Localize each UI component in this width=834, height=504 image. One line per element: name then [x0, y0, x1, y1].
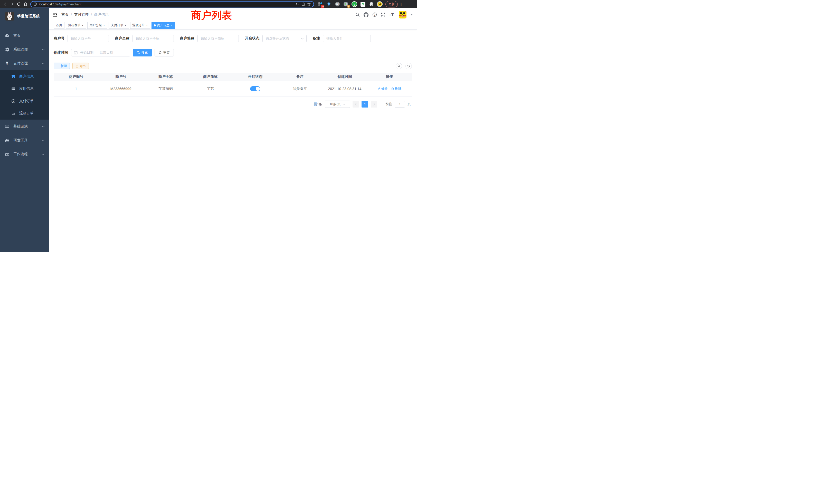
svg-text:T: T [391, 13, 394, 17]
tab-manager-extension-icon[interactable]: 10 [317, 1, 324, 7]
reload-icon[interactable] [16, 1, 22, 7]
sidebar-item-system[interactable]: 系统管理 [0, 43, 49, 56]
table-icon [11, 87, 16, 91]
svg-text:T: T [389, 14, 391, 17]
close-icon[interactable]: x [82, 24, 84, 27]
sidebar-item-pay[interactable]: ¥ 支付管理 [0, 56, 49, 70]
breadcrumb-item-current: 商户信息 [94, 12, 109, 17]
sidebar-item-label: 支付管理 [13, 61, 28, 66]
tab-flow-form[interactable]: 流程表单x [66, 22, 86, 29]
full-name-input[interactable] [132, 35, 174, 42]
extensions-puzzle-icon[interactable] [368, 1, 374, 7]
tab-home[interactable]: 首页 [54, 22, 64, 29]
fullscreen-icon[interactable] [381, 12, 386, 17]
toggle-search-button[interactable] [396, 63, 402, 69]
cell-remark: 我是备注 [278, 81, 322, 96]
prev-page-button[interactable] [353, 101, 359, 108]
sidebar-item-app-info[interactable]: 应用信息 [0, 83, 49, 95]
table-row: 1 M233666999 芋道源码 芋艿 我是备注 2021-10-23 08:… [54, 81, 412, 96]
bookmark-star-icon[interactable] [307, 2, 311, 6]
pay-submenu: 商户信息 应用信息 ¥ 支付订单 [0, 70, 49, 120]
page-content: 商户号 商户全称 商户简称 开启状态 请选择开启状态 [49, 30, 417, 108]
app-logo[interactable]: 芋道管理系统 [0, 8, 49, 22]
sidebar-item-home[interactable]: 首页 [0, 29, 49, 43]
sidebar-item-label: 应用信息 [19, 87, 34, 91]
full-name-label: 商户全称 [115, 36, 129, 41]
calendar-icon [74, 51, 78, 54]
user-avatar[interactable] [399, 11, 407, 19]
header-search-icon[interactable] [355, 13, 360, 17]
breadcrumb-item[interactable]: 首页 [61, 12, 69, 17]
status-toggle[interactable] [250, 86, 260, 91]
start-date-placeholder: 开始日期 [80, 50, 93, 55]
svg-text:y: y [353, 2, 355, 6]
page-number-1[interactable]: 1 [361, 101, 368, 108]
y-extension-icon[interactable]: y [351, 1, 357, 7]
goto-page-input[interactable] [395, 101, 405, 108]
close-icon[interactable]: x [171, 24, 173, 27]
sidebar-item-refund-order[interactable]: 退款订单 [0, 107, 49, 120]
url-text[interactable]: localhost:1024/pay/merchant [39, 2, 81, 6]
session-extension-icon[interactable]: 1 [343, 1, 349, 7]
next-page-button[interactable] [371, 101, 377, 108]
search-button[interactable]: 搜索 [133, 49, 152, 56]
tab-refund-order[interactable]: 退款订单x [130, 22, 151, 29]
create-time-range-input[interactable]: 开始日期 - 结束日期 [71, 49, 130, 56]
export-button[interactable]: 导出 [72, 63, 89, 69]
sidebar-collapse-icon[interactable] [53, 13, 57, 17]
site-info-icon[interactable] [34, 2, 37, 6]
browser-update-button[interactable]: 更新 [386, 1, 398, 7]
back-icon[interactable] [2, 1, 9, 7]
reset-button[interactable]: 重置 [155, 49, 174, 56]
refresh-table-button[interactable] [405, 63, 412, 69]
help-icon[interactable]: ? [372, 12, 377, 17]
extension-badge: 1 [347, 5, 350, 8]
close-icon[interactable]: x [125, 24, 127, 27]
yen-circle-icon: ¥ [11, 99, 16, 103]
url-bar[interactable]: localhost:1024/pay/merchant [30, 1, 314, 7]
add-button[interactable]: 新增 [54, 63, 70, 69]
goto-label: 前往 [386, 102, 392, 107]
edit-link[interactable]: 修改 [377, 87, 388, 91]
profile-avatar-icon[interactable] [377, 1, 383, 7]
total-text: 共1条 [314, 102, 322, 107]
page-size-select[interactable]: 10条/页 [325, 100, 350, 108]
sidebar: 芋道管理系统 首页 系统管理 [0, 8, 49, 252]
sidebar-item-workflow[interactable]: 工作流程 [0, 147, 49, 161]
share-icon[interactable] [301, 2, 305, 6]
password-key-icon[interactable] [295, 2, 300, 6]
font-size-icon[interactable]: TT [389, 13, 395, 17]
tab-user-group[interactable]: 用户分组x [87, 22, 108, 29]
merchant-no-input[interactable] [68, 35, 109, 42]
github-icon[interactable] [364, 12, 369, 17]
main-area: 首页 / 支付管理 / 商户信息 ? [49, 8, 417, 252]
edit-icon [377, 87, 380, 90]
tab-merchant-info[interactable]: 商户信息x [152, 22, 175, 29]
cell-short-name: 芋艿 [188, 81, 233, 96]
delete-link[interactable]: 删除 [391, 87, 401, 91]
chevron-left-icon [355, 102, 357, 106]
forward-icon[interactable] [9, 1, 16, 7]
home-icon[interactable] [22, 1, 29, 7]
breadcrumb-item[interactable]: 支付管理 [74, 12, 89, 17]
status-select[interactable]: 请选择开启状态 [262, 35, 307, 42]
close-icon[interactable]: x [103, 24, 105, 27]
sidebar-item-infra[interactable]: 基础设施 [0, 120, 49, 134]
short-name-input[interactable] [197, 35, 239, 42]
grammar-extension-icon[interactable] [360, 1, 366, 7]
refresh-icon [407, 64, 410, 68]
sidebar-item-merchant-info[interactable]: 商户信息 [0, 70, 49, 83]
sidebar-item-label: 退款订单 [19, 111, 34, 116]
sidebar-item-pay-order[interactable]: ¥ 支付订单 [0, 95, 49, 107]
col-actions: 操作 [367, 73, 412, 81]
remark-input[interactable] [323, 35, 371, 42]
command-extension-icon[interactable]: ⌘ [334, 1, 341, 7]
tags-view: 首页 流程表单x 用户分组x 支付订单x 退款订单x 商户信息x [49, 21, 417, 30]
gem-extension-icon[interactable] [326, 1, 332, 7]
tab-pay-order[interactable]: 支付订单x [109, 22, 129, 29]
caret-down-icon[interactable] [410, 14, 413, 16]
sidebar-item-dev-tools[interactable]: 研发工具 [0, 134, 49, 147]
close-icon[interactable]: x [146, 24, 148, 27]
browser-menu-icon[interactable]: ⋮ [399, 2, 403, 6]
documents-icon [11, 111, 16, 115]
